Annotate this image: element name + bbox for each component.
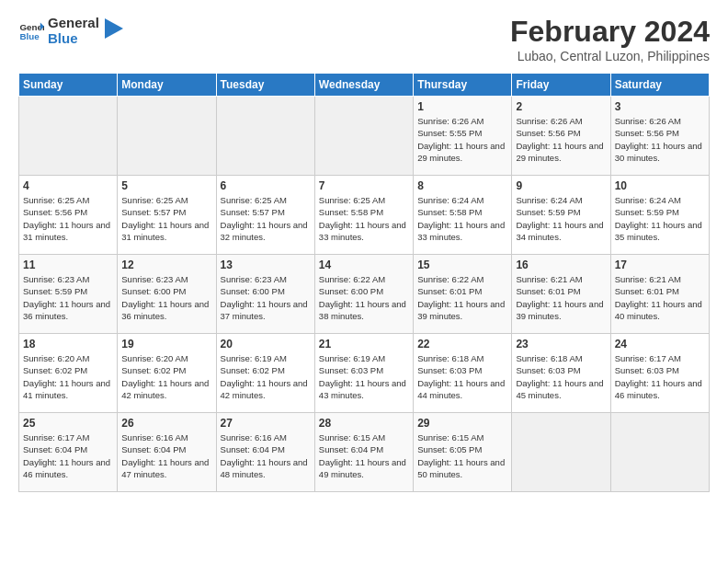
day-info: Sunrise: 6:25 AM Sunset: 5:58 PM Dayligh…	[319, 194, 409, 243]
week-row-1: 1Sunrise: 6:26 AM Sunset: 5:55 PM Daylig…	[19, 97, 710, 176]
header-tuesday: Tuesday	[216, 74, 314, 97]
day-number: 7	[319, 179, 409, 192]
day-number: 18	[23, 338, 113, 350]
day-info: Sunrise: 6:20 AM Sunset: 6:02 PM Dayligh…	[121, 352, 211, 401]
day-number: 20	[221, 338, 311, 350]
calendar-cell: 16Sunrise: 6:21 AM Sunset: 6:01 PM Dayli…	[512, 255, 610, 334]
logo-general: General	[48, 15, 99, 30]
day-info: Sunrise: 6:19 AM Sunset: 6:02 PM Dayligh…	[221, 352, 311, 401]
day-number: 17	[615, 259, 705, 271]
calendar-cell: 4Sunrise: 6:25 AM Sunset: 5:56 PM Daylig…	[19, 176, 118, 255]
calendar-cell: 23Sunrise: 6:18 AM Sunset: 6:03 PM Dayli…	[512, 334, 610, 413]
day-number: 6	[221, 179, 311, 192]
calendar-cell: 11Sunrise: 6:23 AM Sunset: 5:59 PM Dayli…	[19, 255, 118, 334]
header-thursday: Thursday	[414, 74, 512, 97]
day-number: 27	[221, 417, 311, 430]
day-number: 19	[121, 338, 211, 350]
day-number: 25	[23, 417, 113, 430]
day-info: Sunrise: 6:26 AM Sunset: 5:56 PM Dayligh…	[516, 115, 606, 164]
day-number: 9	[516, 179, 606, 192]
day-info: Sunrise: 6:24 AM Sunset: 5:58 PM Dayligh…	[417, 194, 507, 243]
calendar-cell: 5Sunrise: 6:25 AM Sunset: 5:57 PM Daylig…	[118, 176, 216, 255]
day-info: Sunrise: 6:23 AM Sunset: 6:00 PM Dayligh…	[121, 273, 211, 322]
day-number: 29	[417, 417, 507, 430]
calendar-cell: 3Sunrise: 6:26 AM Sunset: 5:56 PM Daylig…	[610, 97, 709, 176]
day-info: Sunrise: 6:18 AM Sunset: 6:03 PM Dayligh…	[417, 352, 507, 401]
calendar-cell	[610, 413, 709, 492]
calendar-cell: 20Sunrise: 6:19 AM Sunset: 6:02 PM Dayli…	[216, 334, 314, 413]
header-monday: Monday	[118, 74, 216, 97]
day-number: 10	[615, 179, 705, 192]
calendar-cell: 25Sunrise: 6:17 AM Sunset: 6:04 PM Dayli…	[19, 413, 118, 492]
day-info: Sunrise: 6:25 AM Sunset: 5:56 PM Dayligh…	[23, 194, 113, 243]
svg-text:Blue: Blue	[19, 31, 40, 41]
calendar-cell: 6Sunrise: 6:25 AM Sunset: 5:57 PM Daylig…	[216, 176, 314, 255]
day-info: Sunrise: 6:18 AM Sunset: 6:03 PM Dayligh…	[516, 352, 606, 401]
calendar-cell: 22Sunrise: 6:18 AM Sunset: 6:03 PM Dayli…	[414, 334, 512, 413]
day-info: Sunrise: 6:23 AM Sunset: 6:00 PM Dayligh…	[221, 273, 311, 322]
logo-arrow-icon	[105, 18, 123, 39]
day-info: Sunrise: 6:16 AM Sunset: 6:04 PM Dayligh…	[221, 431, 311, 480]
calendar-cell	[19, 97, 118, 176]
week-row-2: 4Sunrise: 6:25 AM Sunset: 5:56 PM Daylig…	[19, 176, 710, 255]
day-info: Sunrise: 6:20 AM Sunset: 6:02 PM Dayligh…	[23, 352, 113, 401]
logo-blue: Blue	[48, 30, 99, 46]
calendar-subtitle: Lubao, Central Luzon, Philippines	[510, 49, 710, 63]
calendar-cell: 29Sunrise: 6:15 AM Sunset: 6:05 PM Dayli…	[414, 413, 512, 492]
day-info: Sunrise: 6:22 AM Sunset: 6:00 PM Dayligh…	[319, 273, 409, 322]
calendar-cell: 26Sunrise: 6:16 AM Sunset: 6:04 PM Dayli…	[118, 413, 216, 492]
logo-icon: General Blue	[18, 17, 44, 43]
header-saturday: Saturday	[610, 74, 709, 97]
day-info: Sunrise: 6:17 AM Sunset: 6:03 PM Dayligh…	[615, 352, 705, 401]
logo: General Blue General Blue	[18, 15, 123, 47]
day-info: Sunrise: 6:24 AM Sunset: 5:59 PM Dayligh…	[516, 194, 606, 243]
day-info: Sunrise: 6:15 AM Sunset: 6:05 PM Dayligh…	[417, 431, 507, 480]
calendar-cell: 17Sunrise: 6:21 AM Sunset: 6:01 PM Dayli…	[610, 255, 709, 334]
calendar-cell: 8Sunrise: 6:24 AM Sunset: 5:58 PM Daylig…	[414, 176, 512, 255]
day-number: 26	[121, 417, 211, 430]
week-row-4: 18Sunrise: 6:20 AM Sunset: 6:02 PM Dayli…	[19, 334, 710, 413]
day-info: Sunrise: 6:21 AM Sunset: 6:01 PM Dayligh…	[516, 273, 606, 322]
calendar-cell: 7Sunrise: 6:25 AM Sunset: 5:58 PM Daylig…	[314, 176, 413, 255]
day-info: Sunrise: 6:24 AM Sunset: 5:59 PM Dayligh…	[615, 194, 705, 243]
calendar-cell: 2Sunrise: 6:26 AM Sunset: 5:56 PM Daylig…	[512, 97, 610, 176]
day-info: Sunrise: 6:25 AM Sunset: 5:57 PM Dayligh…	[221, 194, 311, 243]
day-number: 21	[319, 338, 409, 350]
day-info: Sunrise: 6:23 AM Sunset: 5:59 PM Dayligh…	[23, 273, 113, 322]
calendar-cell: 24Sunrise: 6:17 AM Sunset: 6:03 PM Dayli…	[610, 334, 709, 413]
week-row-5: 25Sunrise: 6:17 AM Sunset: 6:04 PM Dayli…	[19, 413, 710, 492]
header-wednesday: Wednesday	[314, 74, 413, 97]
day-number: 23	[516, 338, 606, 350]
day-info: Sunrise: 6:25 AM Sunset: 5:57 PM Dayligh…	[121, 194, 211, 243]
day-number: 2	[516, 100, 606, 113]
calendar-cell: 12Sunrise: 6:23 AM Sunset: 6:00 PM Dayli…	[118, 255, 216, 334]
day-number: 15	[417, 259, 507, 271]
calendar-cell	[118, 97, 216, 176]
day-number: 14	[319, 259, 409, 271]
calendar-cell: 21Sunrise: 6:19 AM Sunset: 6:03 PM Dayli…	[314, 334, 413, 413]
day-number: 13	[221, 259, 311, 271]
day-info: Sunrise: 6:22 AM Sunset: 6:01 PM Dayligh…	[417, 273, 507, 322]
day-number: 11	[23, 259, 113, 271]
day-info: Sunrise: 6:26 AM Sunset: 5:55 PM Dayligh…	[417, 115, 507, 164]
title-area: February 2024 Lubao, Central Luzon, Phil…	[510, 15, 710, 63]
day-number: 8	[417, 179, 507, 192]
day-number: 5	[121, 179, 211, 192]
week-row-3: 11Sunrise: 6:23 AM Sunset: 5:59 PM Dayli…	[19, 255, 710, 334]
day-number: 22	[417, 338, 507, 350]
calendar-cell: 10Sunrise: 6:24 AM Sunset: 5:59 PM Dayli…	[610, 176, 709, 255]
day-number: 24	[615, 338, 705, 350]
day-number: 3	[615, 100, 705, 113]
calendar-table: SundayMondayTuesdayWednesdayThursdayFrid…	[18, 73, 710, 492]
calendar-cell: 18Sunrise: 6:20 AM Sunset: 6:02 PM Dayli…	[19, 334, 118, 413]
day-info: Sunrise: 6:16 AM Sunset: 6:04 PM Dayligh…	[121, 431, 211, 480]
calendar-cell: 1Sunrise: 6:26 AM Sunset: 5:55 PM Daylig…	[414, 97, 512, 176]
day-number: 12	[121, 259, 211, 271]
calendar-cell	[314, 97, 413, 176]
day-number: 1	[417, 100, 507, 113]
day-info: Sunrise: 6:19 AM Sunset: 6:03 PM Dayligh…	[319, 352, 409, 401]
calendar-cell: 14Sunrise: 6:22 AM Sunset: 6:00 PM Dayli…	[314, 255, 413, 334]
header-sunday: Sunday	[19, 74, 118, 97]
day-number: 4	[23, 179, 113, 192]
day-info: Sunrise: 6:21 AM Sunset: 6:01 PM Dayligh…	[615, 273, 705, 322]
